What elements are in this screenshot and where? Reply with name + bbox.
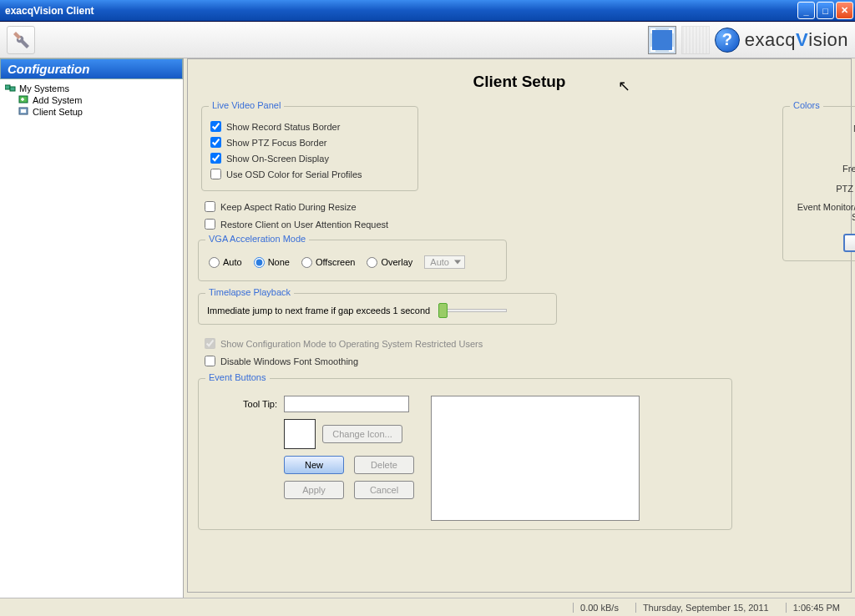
help-button[interactable]: ? — [715, 28, 740, 53]
tree-item-client-setup[interactable]: Client Setup — [2, 106, 181, 118]
timelapse-slider[interactable] — [440, 309, 507, 312]
minimize-button[interactable]: _ — [797, 2, 815, 19]
new-button[interactable]: New — [284, 456, 344, 474]
check-disable-font[interactable]: Disable Windows Font Smoothing — [198, 352, 732, 370]
tree-label: Client Setup — [33, 107, 83, 117]
window-buttons: _ □ ✕ — [797, 2, 853, 19]
group-title: Colors — [790, 100, 823, 110]
page-title: Client Setup — [198, 64, 841, 106]
live-video-group: Live Video Panel Show Record Status Bord… — [201, 106, 418, 191]
titlebar: exacqVision Client _ □ ✕ — [0, 0, 855, 22]
tooltip-label: Tool Tip: — [232, 399, 277, 409]
status-date: Thursday, September 15, 2011 — [635, 603, 776, 613]
radio-offscreen[interactable]: Offscreen — [301, 257, 356, 268]
window-title: exacqVision Client — [5, 5, 94, 17]
fullscreen-button[interactable] — [648, 26, 676, 54]
check-osd-color[interactable]: Use OSD Color for Serial Profiles — [210, 166, 409, 182]
tree-label: My Systems — [19, 83, 69, 93]
systems-icon — [5, 83, 17, 93]
main-panel: Client Setup ↖ Live Video Panel Show Rec… — [184, 58, 855, 598]
check-osd[interactable]: Show On-Screen Display — [210, 150, 409, 166]
vga-select: Auto — [424, 255, 465, 269]
colors-group: Colors Motion: Alarm: Free Run: PTZ Focu… — [782, 106, 855, 261]
icon-preview — [284, 419, 316, 449]
check-show-config: Show Configuration Mode to Operating Sys… — [198, 335, 732, 352]
radio-overlay[interactable]: Overlay — [367, 257, 412, 268]
status-speed: 0.00 kB/s — [573, 603, 625, 613]
svg-rect-4 — [21, 109, 26, 113]
tooltip-input[interactable] — [284, 396, 409, 412]
timelapse-group: Timelapse Playback Immediate jump to nex… — [198, 293, 557, 325]
timelapse-label: Immediate jump to next frame if gap exce… — [207, 305, 430, 316]
status-time: 1:06:45 PM — [786, 603, 847, 613]
group-title: Timelapse Playback — [205, 287, 294, 297]
slider-thumb[interactable] — [438, 303, 448, 318]
disabled-view-button — [681, 26, 710, 54]
cursor-icon: ↖ — [618, 77, 630, 95]
apply-button[interactable]: Apply — [284, 481, 344, 499]
maximize-button[interactable]: □ — [817, 2, 834, 19]
wrench-icon — [11, 30, 31, 50]
event-buttons-group: Event Buttons Tool Tip: Change Icon... — [198, 378, 732, 530]
sidebar-header: Configuration — [0, 58, 183, 79]
vga-group: VGA Acceleration Mode Auto None Offscree… — [198, 240, 507, 281]
add-system-icon — [18, 95, 30, 105]
color-label-event: Event Monitor/ Smart Search: — [796, 202, 855, 222]
group-title: Event Buttons — [205, 372, 270, 382]
cancel-button[interactable]: Cancel — [354, 481, 414, 499]
close-button[interactable]: ✕ — [836, 2, 853, 19]
delete-button[interactable]: Delete — [354, 456, 414, 474]
tree-item-add-system[interactable]: Add System — [2, 94, 181, 106]
check-keep-aspect[interactable]: Keep Aspect Ratio During Resize — [198, 198, 732, 215]
color-label-ptz: PTZ Focus: — [836, 184, 855, 194]
statusbar: 0.00 kB/s Thursday, September 15, 2011 1… — [0, 598, 855, 616]
radio-auto[interactable]: Auto — [209, 257, 242, 268]
logo: exacqVision — [745, 29, 848, 51]
content-area: Configuration My Systems Add System Clie… — [0, 58, 855, 598]
sidebar: Configuration My Systems Add System Clie… — [0, 58, 184, 598]
color-label-freerun: Free Run: — [842, 164, 855, 174]
change-icon-button[interactable]: Change Icon... — [322, 425, 402, 443]
check-ptz-border[interactable]: Show PTZ Focus Border — [210, 134, 409, 150]
tree: My Systems Add System Client Setup — [0, 79, 183, 121]
toolbar: ? exacqVision — [0, 22, 855, 58]
check-record-border[interactable]: Show Record Status Border — [210, 119, 409, 134]
tools-button[interactable] — [7, 26, 35, 54]
tree-label: Add System — [33, 95, 82, 105]
svg-rect-1 — [10, 87, 15, 91]
group-title: VGA Acceleration Mode — [205, 234, 309, 244]
group-title: Live Video Panel — [209, 100, 284, 110]
event-buttons-list[interactable] — [431, 396, 640, 521]
colors-default-button[interactable]: Default — [843, 234, 855, 252]
radio-none[interactable]: None — [254, 257, 290, 268]
svg-rect-0 — [5, 85, 10, 89]
tree-item-my-systems[interactable]: My Systems — [2, 83, 181, 94]
check-restore-client[interactable]: Restore Client on User Attention Request — [198, 215, 732, 233]
client-setup-icon — [18, 107, 30, 117]
